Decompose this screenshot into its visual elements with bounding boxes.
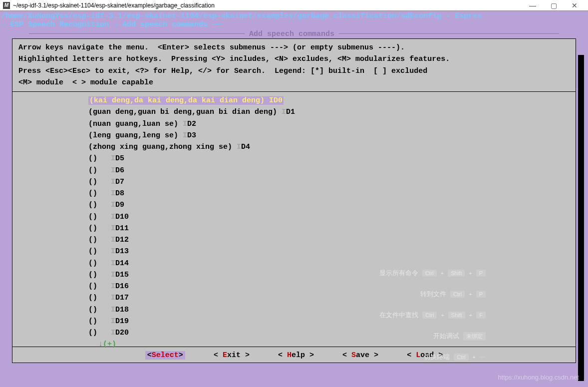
watermark: https://xuhong.blog.csdn.net (498, 374, 579, 381)
more-indicator: ↓(+) (18, 339, 570, 350)
menu-item[interactable]: () ID6 (18, 165, 570, 176)
menu-item[interactable]: () ID8 (18, 188, 570, 199)
menu-item[interactable]: () ID9 (18, 199, 570, 211)
overlay-hint: 转到文件Ctrl+P (420, 290, 486, 299)
menu-item[interactable]: (leng guang,leng se) ID3 (18, 130, 570, 141)
maximize-button[interactable]: ▢ (543, 1, 564, 9)
menu-list[interactable]: (kai deng,da kai deng,da kai dian deng) … (12, 91, 576, 347)
window-titlebar: M ~/esp-idf-3.1/esp-skainet-1104/esp-ska… (0, 0, 588, 11)
select-button[interactable]: <Select> (145, 351, 185, 360)
menu-item[interactable]: () ID7 (18, 176, 570, 188)
menu-item[interactable]: () ID20 (18, 327, 570, 339)
vertical-scrollbar[interactable] (578, 55, 584, 381)
menu-item[interactable]: () ID15 (18, 269, 570, 281)
app-icon: M (3, 2, 10, 9)
exit-button[interactable]: < Exit > (214, 351, 250, 360)
menu-item[interactable]: () ID14 (18, 258, 570, 269)
menu-item[interactable]: () ID11 (18, 223, 570, 234)
breadcrumb: → ESP Speech Recognition → Add speech co… (0, 20, 588, 29)
overlay-hint: 开始调试未绑定 (433, 332, 486, 341)
menu-item[interactable]: () ID12 (18, 234, 570, 246)
window-title: ~/esp-idf-3.1/esp-skainet-1104/esp-skain… (13, 2, 215, 9)
menu-item[interactable]: (nuan guang,luan se) ID2 (18, 118, 570, 130)
menu-item[interactable]: (kai deng,da kai deng,da kai dian deng) … (18, 95, 570, 106)
config-path: /home/XuHongYss/esp-idf-3.1/esp-skainet-… (0, 11, 588, 20)
menu-item[interactable]: () ID10 (18, 211, 570, 223)
help-text: Arrow keys navigate the menu. <Enter> se… (12, 38, 576, 91)
overlay-hint: 在文件中查找Ctrl+Shift+F (379, 311, 486, 320)
terminal-area: /home/XuHongYss/esp-idf-3.1/esp-skainet-… (0, 11, 588, 387)
menu-item[interactable]: (zhong xing guang,zhong xing se) ID4 (18, 141, 570, 153)
close-button[interactable]: ✕ (564, 1, 585, 9)
menu-item[interactable]: () ID17 (18, 292, 570, 304)
menu-title: ────────────────────────────────────────… (0, 29, 588, 38)
help-button[interactable]: < Help > (278, 351, 314, 360)
overlay-hint: 切换终端Ctrl+ (424, 353, 486, 362)
menu-item[interactable]: () ID5 (18, 153, 570, 164)
menu-item[interactable]: () ID16 (18, 281, 570, 292)
overlay-hint: 显示所有命令Ctrl+Shift+P (379, 269, 486, 278)
menu-item[interactable]: () ID13 (18, 246, 570, 257)
save-button[interactable]: < Save > (342, 351, 378, 360)
minimize-button[interactable]: — (522, 1, 543, 9)
menu-item[interactable]: (guan deng,guan bi deng,guan bi dian den… (18, 106, 570, 118)
menu-item[interactable]: () ID18 (18, 304, 570, 316)
menu-item[interactable]: () ID19 (18, 316, 570, 327)
